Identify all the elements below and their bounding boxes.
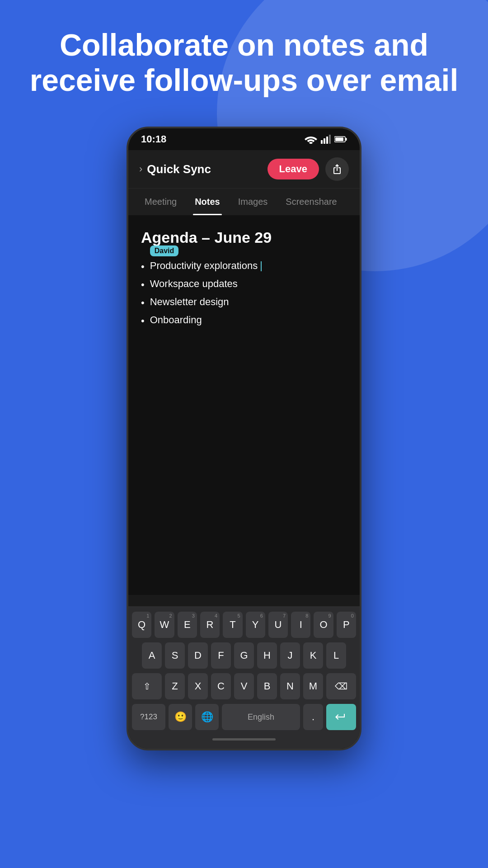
svg-rect-3 — [329, 135, 331, 144]
key-z[interactable]: Z — [165, 673, 185, 699]
list-item: • Newsletter design — [141, 293, 347, 311]
key-q[interactable]: 1Q — [132, 612, 151, 638]
status-time: 10:18 — [141, 133, 166, 145]
key-r[interactable]: 4R — [200, 612, 220, 638]
bullet-dot: • — [141, 261, 145, 273]
hero-headline: Collaborate on notes and receive follow-… — [0, 27, 488, 98]
text-cursor — [261, 261, 262, 271]
tab-bar: Meeting Notes Images Screenshare — [128, 189, 360, 216]
key-backspace[interactable]: ⌫ — [326, 673, 356, 699]
key-c[interactable]: C — [211, 673, 231, 699]
key-n[interactable]: N — [280, 673, 300, 699]
phone-frame: 10:18 — [127, 127, 361, 750]
notes-area: Agenda – June 29 • David Productivity ex… — [128, 215, 360, 595]
tab-screenshare[interactable]: Screenshare — [277, 189, 346, 215]
key-d[interactable]: D — [188, 642, 208, 669]
home-indicator-area — [132, 735, 356, 741]
app-header: › Quick Sync Leave — [128, 150, 360, 189]
key-shift[interactable]: ⇧ — [132, 673, 162, 699]
svg-rect-2 — [326, 137, 328, 144]
status-icons — [305, 135, 347, 144]
cursor-user-tag: David — [150, 245, 179, 256]
bullet-dot: • — [141, 279, 145, 291]
phone-mockup: 10:18 — [127, 127, 361, 782]
key-a[interactable]: A — [142, 642, 162, 669]
key-globe[interactable]: 🌐 — [195, 704, 219, 730]
key-l[interactable]: L — [326, 642, 346, 669]
key-space[interactable]: English — [222, 704, 300, 730]
key-period[interactable]: . — [303, 704, 323, 730]
keyboard-row-3: ⇧ Z X C V B N M ⌫ — [132, 673, 356, 699]
key-m[interactable]: M — [303, 673, 323, 699]
key-enter[interactable] — [326, 704, 356, 730]
status-bar: 10:18 — [128, 128, 360, 150]
list-item-text: Workspace updates — [150, 278, 238, 290]
svg-rect-6 — [335, 137, 343, 141]
cursor-highlight: David Productivity explorations — [150, 260, 262, 271]
list-item-text: David Productivity explorations — [150, 260, 262, 272]
keyboard-row-1: 1Q 2W 3E 4R 5T 6Y 7U 8I 9O 0P — [132, 612, 356, 638]
key-v[interactable]: V — [234, 673, 254, 699]
tab-notes[interactable]: Notes — [186, 189, 229, 215]
list-item: • Workspace updates — [141, 275, 347, 293]
key-s[interactable]: S — [165, 642, 185, 669]
key-emoji[interactable]: 🙂 — [169, 704, 192, 730]
bullet-dot: • — [141, 297, 145, 309]
keyboard: 1Q 2W 3E 4R 5T 6Y 7U 8I 9O 0P A S D F G … — [128, 606, 360, 749]
key-e[interactable]: 3E — [178, 612, 197, 638]
list-item: • David Productivity explorations — [141, 257, 347, 275]
svg-rect-1 — [324, 138, 325, 144]
share-button[interactable] — [325, 157, 349, 181]
key-p[interactable]: 0P — [337, 612, 356, 638]
key-t[interactable]: 5T — [223, 612, 242, 638]
leave-button[interactable]: Leave — [267, 159, 319, 179]
notes-title: Agenda – June 29 — [141, 229, 347, 246]
key-x[interactable]: X — [188, 673, 208, 699]
header-right: Leave — [267, 157, 349, 181]
key-j[interactable]: J — [280, 642, 300, 669]
keyboard-row-2: A S D F G H J K L — [132, 642, 356, 669]
list-item-text: Newsletter design — [150, 296, 229, 308]
tab-images[interactable]: Images — [229, 189, 277, 215]
key-g[interactable]: G — [234, 642, 254, 669]
wifi-icon — [305, 135, 317, 144]
meeting-title: Quick Sync — [147, 162, 211, 176]
home-indicator — [212, 738, 276, 741]
key-b[interactable]: B — [257, 673, 277, 699]
key-i[interactable]: 8I — [291, 612, 310, 638]
key-u[interactable]: 7U — [268, 612, 288, 638]
bullet-list: • David Productivity explorations • Work… — [141, 257, 347, 330]
key-k[interactable]: K — [303, 642, 323, 669]
keyboard-row-4: ?123 🙂 🌐 English . — [132, 704, 356, 730]
chevron-down-icon[interactable]: › — [139, 163, 142, 175]
battery-icon — [334, 136, 347, 143]
bullet-dot: • — [141, 315, 145, 327]
share-icon — [332, 164, 343, 175]
key-y[interactable]: 6Y — [246, 612, 265, 638]
svg-rect-0 — [321, 140, 323, 144]
signal-icon — [321, 135, 331, 144]
key-f[interactable]: F — [211, 642, 231, 669]
header-left: › Quick Sync — [139, 162, 211, 176]
key-w[interactable]: 2W — [155, 612, 174, 638]
enter-icon — [335, 712, 347, 722]
key-o[interactable]: 9O — [314, 612, 333, 638]
svg-rect-5 — [346, 138, 347, 141]
key-symbols[interactable]: ?123 — [132, 704, 165, 730]
tab-meeting[interactable]: Meeting — [136, 189, 186, 215]
key-h[interactable]: H — [257, 642, 277, 669]
list-item: • Onboarding — [141, 311, 347, 330]
list-item-text: Onboarding — [150, 314, 202, 326]
